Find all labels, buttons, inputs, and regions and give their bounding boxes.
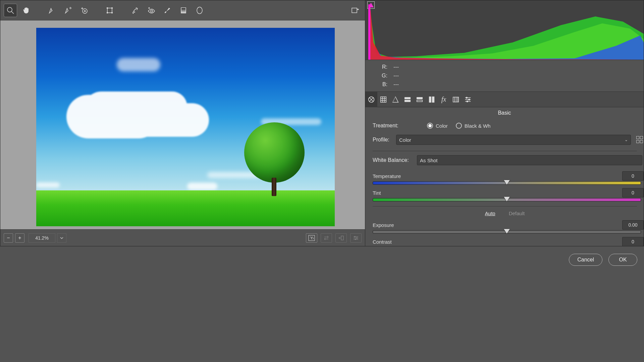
- profile-label: Profile:: [373, 137, 396, 143]
- before-after-toggle[interactable]: Y: [306, 233, 317, 243]
- svg-point-14: [151, 10, 153, 12]
- svg-point-0: [7, 7, 12, 12]
- svg-text:Y: Y: [310, 236, 313, 240]
- svg-point-50: [469, 99, 470, 100]
- tint-value[interactable]: 0: [622, 188, 644, 197]
- adjustment-brush-tool[interactable]: [161, 4, 174, 17]
- white-balance-tool[interactable]: [45, 4, 59, 17]
- svg-rect-31: [381, 97, 386, 102]
- color-sampler-tool[interactable]: [61, 4, 75, 17]
- white-balance-label: White Balance:: [373, 157, 417, 163]
- contrast-label: Contrast: [373, 239, 392, 245]
- svg-point-28: [355, 239, 356, 240]
- default-button[interactable]: Default: [509, 210, 525, 216]
- svg-point-12: [133, 13, 133, 13]
- tint-label: Tint: [373, 190, 381, 196]
- temperature-slider[interactable]: [373, 181, 641, 185]
- tab-calibration[interactable]: [450, 92, 462, 107]
- auto-button[interactable]: Auto: [485, 210, 495, 216]
- targeted-adjustment-tool[interactable]: [77, 4, 91, 17]
- tab-detail[interactable]: [389, 92, 401, 107]
- svg-point-49: [466, 97, 468, 98]
- copy-settings-left[interactable]: [335, 233, 347, 243]
- crop-tool[interactable]: [103, 4, 116, 17]
- zoom-in-button[interactable]: +: [15, 233, 24, 243]
- ok-button[interactable]: OK: [608, 254, 637, 266]
- histogram[interactable]: [365, 0, 644, 60]
- tab-curve[interactable]: [377, 92, 389, 107]
- svg-point-3: [83, 9, 87, 13]
- svg-point-51: [467, 101, 468, 102]
- image-canvas[interactable]: [0, 20, 365, 229]
- open-preferences-button[interactable]: [348, 4, 362, 17]
- tab-lens[interactable]: [426, 92, 438, 107]
- svg-point-13: [134, 12, 135, 12]
- zoom-out-button[interactable]: −: [4, 233, 13, 243]
- svg-rect-41: [432, 97, 434, 102]
- rgb-readout: R:--- G:--- B:---: [365, 60, 644, 92]
- treatment-label: Treatment:: [373, 123, 417, 129]
- svg-point-26: [355, 236, 356, 237]
- contrast-value[interactable]: 0: [622, 237, 644, 246]
- dialog-footer: Cancel OK: [0, 246, 644, 362]
- tab-presets[interactable]: [462, 92, 474, 107]
- treatment-color-radio[interactable]: Color: [427, 123, 448, 129]
- svg-rect-7: [107, 8, 112, 13]
- bottom-bar: − + 41.2% Y: [0, 229, 365, 246]
- svg-rect-37: [405, 100, 411, 102]
- svg-point-4: [84, 10, 86, 12]
- tab-hsl[interactable]: [401, 92, 414, 107]
- svg-rect-17: [181, 8, 186, 13]
- temperature-value[interactable]: 0: [622, 171, 644, 181]
- exposure-slider[interactable]: [373, 230, 641, 234]
- zoom-level[interactable]: 41.2%: [29, 233, 55, 243]
- svg-rect-39: [417, 100, 423, 102]
- svg-rect-36: [405, 97, 411, 99]
- svg-line-2: [51, 10, 52, 11]
- exposure-label: Exposure: [373, 222, 394, 228]
- preview-image: [36, 28, 335, 226]
- svg-rect-38: [417, 97, 423, 99]
- toggle-settings[interactable]: [350, 233, 362, 243]
- tab-effects[interactable]: fx: [438, 92, 450, 107]
- zoom-tool[interactable]: [4, 4, 17, 17]
- treatment-bw-radio[interactable]: Black & Wh: [456, 123, 491, 129]
- profile-browser-icon[interactable]: [636, 136, 644, 143]
- swap-before-after[interactable]: [321, 233, 332, 243]
- radial-filter-tool[interactable]: [193, 4, 206, 17]
- spot-removal-tool[interactable]: [128, 4, 142, 17]
- svg-line-1: [11, 11, 14, 14]
- svg-rect-40: [429, 97, 431, 102]
- panel-title: Basic: [365, 107, 644, 119]
- svg-point-18: [197, 7, 202, 14]
- svg-rect-19: [352, 8, 357, 13]
- exposure-value[interactable]: 0.00: [622, 220, 644, 230]
- cancel-button[interactable]: Cancel: [569, 254, 602, 266]
- graduated-filter-tool[interactable]: [177, 4, 190, 17]
- tab-basic[interactable]: [365, 92, 377, 107]
- temperature-label: Temperature: [373, 173, 401, 179]
- tab-split[interactable]: [414, 92, 426, 107]
- zoom-dropdown[interactable]: [57, 233, 66, 243]
- hand-tool[interactable]: [20, 4, 33, 17]
- tint-slider[interactable]: [373, 198, 641, 201]
- top-toolbar: [0, 0, 365, 20]
- red-eye-tool[interactable]: [145, 4, 158, 17]
- panel-tabs: fx: [365, 92, 644, 107]
- white-balance-select[interactable]: As Shot: [417, 155, 642, 165]
- svg-rect-22: [341, 236, 343, 240]
- profile-select[interactable]: Color⌄: [396, 135, 631, 145]
- right-panel: R:--- G:--- B:--- fx Basic Treatment: Co…: [365, 0, 644, 246]
- svg-point-27: [357, 237, 358, 238]
